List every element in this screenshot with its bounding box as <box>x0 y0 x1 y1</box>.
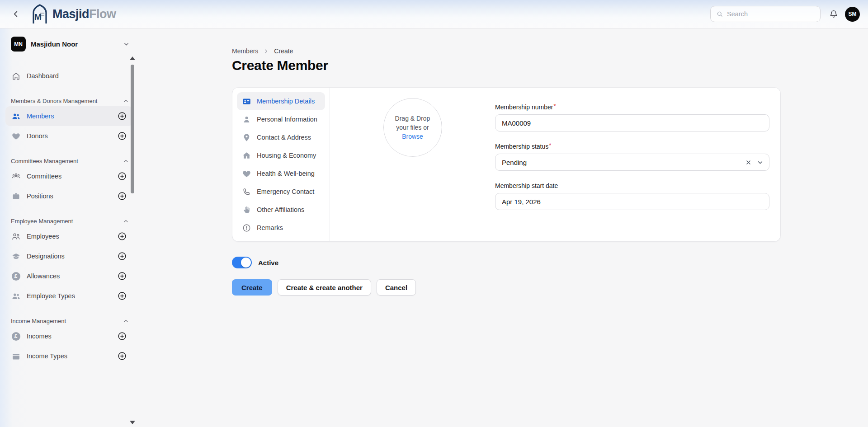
pound-circle-icon: £ <box>11 332 21 341</box>
tab-emergency-contact[interactable]: Emergency Contact <box>237 183 325 201</box>
add-committee-button[interactable] <box>117 171 127 182</box>
breadcrumb: Members Create <box>232 47 781 55</box>
add-employee-type-button[interactable] <box>117 291 127 301</box>
id-card-icon <box>241 97 251 106</box>
tab-membership-details[interactable]: Membership Details <box>237 92 325 110</box>
graduation-cap-icon <box>11 252 21 261</box>
sidebar-item-income-types[interactable]: Income Types <box>5 346 133 366</box>
sidebar-collapse-button[interactable] <box>9 7 23 21</box>
hand-icon <box>241 205 251 215</box>
file-dropzone[interactable]: Drag & Drop your files or Browse <box>383 98 442 157</box>
required-asterisk: * <box>553 103 556 110</box>
sidebar-scrollbar-thumb[interactable] <box>131 65 134 193</box>
add-donor-button[interactable] <box>117 131 127 141</box>
cancel-button[interactable]: Cancel <box>377 279 416 296</box>
scrollbar-up-arrow[interactable] <box>130 56 135 60</box>
brand-wordmark: MasjidFlow <box>52 7 116 21</box>
org-name: Masjidun Noor <box>31 40 118 48</box>
browse-link[interactable]: Browse <box>402 132 423 141</box>
sidebar-item-dashboard[interactable]: Dashboard <box>5 66 133 86</box>
tab-personal-information[interactable]: Personal Information <box>237 110 325 128</box>
tab-health-wellbeing[interactable]: Health & Well-being <box>237 164 325 183</box>
create-member-card: Membership Details Personal Information … <box>232 87 781 242</box>
form-fields: Membership number* Membership status* <box>495 88 780 241</box>
sidebar-item-designations[interactable]: Designations <box>5 246 133 266</box>
toggle-knob <box>241 258 251 267</box>
app-logo: F M MasjidFlow <box>30 4 116 24</box>
breadcrumb-members[interactable]: Members <box>232 47 258 55</box>
clear-status-button[interactable] <box>745 159 752 166</box>
photo-upload-area: Drag & Drop your files or Browse <box>330 88 495 241</box>
membership-start-date-input[interactable] <box>495 193 769 210</box>
sidebar-item-committees[interactable]: Committees <box>5 166 133 186</box>
main-content: Members Create Create Member Membership … <box>138 28 868 427</box>
active-toggle[interactable] <box>232 257 252 268</box>
global-search <box>710 6 821 22</box>
home-icon <box>11 71 21 81</box>
tab-remarks[interactable]: Remarks <box>237 219 325 237</box>
active-toggle-row: Active <box>232 257 781 268</box>
page-title: Create Member <box>232 58 781 73</box>
sidebar-item-donors[interactable]: Donors <box>5 126 133 146</box>
user-avatar[interactable]: SM <box>845 7 860 22</box>
sidebar-item-allowances[interactable]: £ Allowances <box>5 266 133 286</box>
tab-housing-economy[interactable]: Housing & Economy <box>237 146 325 164</box>
sidebar-section-committees[interactable]: Committees Management <box>11 158 129 164</box>
chevron-down-icon <box>756 159 764 166</box>
notifications-button[interactable] <box>829 9 839 19</box>
pound-circle-icon: £ <box>11 272 21 281</box>
org-switcher[interactable]: MN Masjidun Noor <box>11 37 130 52</box>
add-position-button[interactable] <box>117 191 127 202</box>
phone-icon <box>241 187 251 197</box>
add-designation-button[interactable] <box>117 251 127 262</box>
heart-icon <box>241 169 251 178</box>
chevron-left-icon <box>11 9 21 19</box>
plus-circle-icon <box>118 352 127 361</box>
mosque-logo-icon: F M <box>30 4 50 24</box>
add-employee-button[interactable] <box>117 231 127 242</box>
scrollbar-down-arrow[interactable] <box>130 421 135 424</box>
plus-circle-icon <box>118 332 127 341</box>
membership-number-input[interactable] <box>495 114 769 131</box>
add-income-button[interactable] <box>117 331 127 342</box>
form-actions: Create Create & create another Cancel <box>232 279 781 296</box>
search-input[interactable] <box>727 10 815 18</box>
sidebar-item-employee-types[interactable]: Employee Types <box>5 286 133 306</box>
sidebar-item-positions[interactable]: Positions <box>5 186 133 206</box>
sidebar-nav: Dashboard Members & Donors Management Me… <box>0 66 138 366</box>
sidebar-item-employees[interactable]: Employees <box>5 226 133 246</box>
users-icon <box>11 112 21 121</box>
membership-start-date-field: Membership start date <box>495 182 769 210</box>
plus-circle-icon <box>118 112 127 121</box>
sidebar: MN Masjidun Noor Dashboard Members & Don… <box>0 28 138 427</box>
create-and-create-another-button[interactable]: Create & create another <box>278 279 371 296</box>
chevron-up-icon <box>123 318 129 324</box>
alert-circle-icon <box>241 223 251 233</box>
plus-circle-icon <box>118 252 127 261</box>
house-icon <box>241 151 251 160</box>
chevron-up-icon <box>123 98 129 104</box>
briefcase-icon <box>11 192 21 201</box>
plus-circle-icon <box>118 192 127 201</box>
add-allowance-button[interactable] <box>117 271 127 282</box>
membership-status-select[interactable] <box>495 154 769 171</box>
add-income-type-button[interactable] <box>117 351 127 361</box>
tab-contact-address[interactable]: Contact & Address <box>237 128 325 146</box>
sidebar-section-members-donors[interactable]: Members & Donors Management <box>11 98 129 104</box>
tab-other-affiliations[interactable]: Other Affiliations <box>237 201 325 219</box>
add-member-button[interactable] <box>117 111 127 122</box>
employees-icon <box>11 232 21 241</box>
sidebar-item-incomes[interactable]: £ Incomes <box>5 326 133 346</box>
x-icon <box>745 159 752 166</box>
plus-circle-icon <box>118 172 127 181</box>
map-pin-icon <box>241 133 251 142</box>
sidebar-section-income[interactable]: Income Management <box>11 318 129 324</box>
status-dropdown-button[interactable] <box>756 159 764 166</box>
create-button[interactable]: Create <box>232 279 272 296</box>
user-icon <box>241 115 251 124</box>
plus-circle-icon <box>118 131 127 141</box>
chevron-up-icon <box>123 218 129 225</box>
sidebar-section-employee[interactable]: Employee Management <box>11 218 129 225</box>
sidebar-item-members[interactable]: Members <box>5 106 133 126</box>
chevron-right-icon <box>263 48 269 55</box>
